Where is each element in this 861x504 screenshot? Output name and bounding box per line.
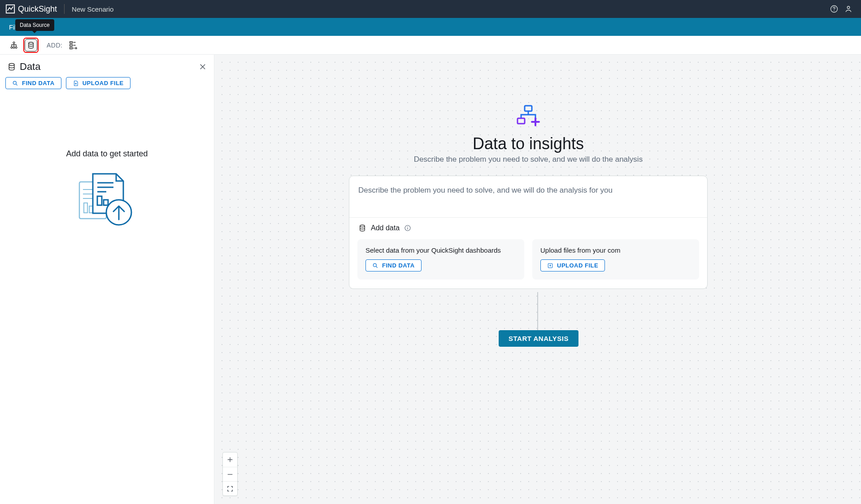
data-source-button[interactable] xyxy=(23,38,39,53)
left-panel: Data FIND DATA UPLOAD FILE Add data to g… xyxy=(0,55,214,504)
panel-actions: FIND DATA UPLOAD FILE xyxy=(0,77,214,95)
upload-file-button[interactable]: UPLOAD FILE xyxy=(66,77,130,89)
svg-rect-21 xyxy=(517,118,525,124)
svg-point-2 xyxy=(834,10,835,11)
database-icon xyxy=(27,41,35,49)
scenario-name[interactable]: New Scenario xyxy=(72,5,113,13)
start-analysis-button[interactable]: START ANALYSIS xyxy=(499,330,578,347)
connector-line xyxy=(537,292,538,330)
prompt-input[interactable]: Describe the problem you need to solve, … xyxy=(349,176,707,218)
svg-point-12 xyxy=(9,64,14,66)
upload-file-label: UPLOAD FILE xyxy=(83,80,124,86)
add-label: ADD: xyxy=(47,42,62,49)
upload-file-title: Upload files from your com xyxy=(540,246,691,254)
help-icon xyxy=(830,4,839,13)
zoom-out-button[interactable] xyxy=(223,467,237,481)
toolbar: ADD: xyxy=(0,36,861,55)
minus-icon xyxy=(226,471,234,478)
find-data-button[interactable]: FIND DATA xyxy=(5,77,61,89)
hero-subtitle: Describe the problem you need to solve, … xyxy=(414,155,643,164)
svg-point-8 xyxy=(29,42,34,44)
main: Data FIND DATA UPLOAD FILE Add data to g… xyxy=(0,55,861,504)
data-cards-row: Select data from your QuickSight dashboa… xyxy=(349,235,707,289)
user-button[interactable] xyxy=(841,2,856,16)
svg-point-22 xyxy=(360,225,365,227)
find-data-label: FIND DATA xyxy=(22,80,55,86)
close-icon xyxy=(199,63,207,71)
tooltip-data-source: Data Source xyxy=(15,19,54,31)
fit-screen-button[interactable] xyxy=(223,481,237,495)
svg-point-13 xyxy=(13,81,16,84)
database-icon xyxy=(358,224,366,232)
menubar: File View Data Source xyxy=(0,18,861,36)
add-data-illustration xyxy=(76,169,139,228)
topbar-divider xyxy=(64,4,65,14)
upload-icon xyxy=(547,263,553,269)
canvas[interactable]: Data to insights Describe the problem yo… xyxy=(214,55,861,504)
add-data-row: Add data xyxy=(349,218,707,235)
prompt-box: Describe the problem you need to solve, … xyxy=(349,176,708,289)
help-button[interactable] xyxy=(827,2,841,16)
svg-rect-11 xyxy=(70,47,73,49)
svg-point-7 xyxy=(15,47,17,48)
svg-rect-20 xyxy=(525,106,532,111)
upload-file-button-card[interactable]: UPLOAD FILE xyxy=(540,259,605,271)
hero-title: Data to insights xyxy=(473,134,584,153)
info-icon[interactable] xyxy=(404,224,411,232)
database-icon xyxy=(7,62,16,71)
find-data-button-card[interactable]: FIND DATA xyxy=(365,259,422,271)
svg-point-5 xyxy=(11,47,13,48)
product-name: QuickSight xyxy=(18,4,57,14)
zoom-controls xyxy=(222,452,238,496)
find-data-label: FIND DATA xyxy=(382,262,415,269)
svg-rect-15 xyxy=(84,203,87,213)
select-data-title: Select data from your QuickSight dashboa… xyxy=(365,246,516,254)
svg-point-24 xyxy=(407,227,408,228)
user-icon xyxy=(844,4,853,13)
hero-card: Data to insights Describe the problem yo… xyxy=(349,104,708,289)
upload-file-card: Upload files from your com UPLOAD FILE xyxy=(532,239,699,280)
svg-point-4 xyxy=(13,42,15,43)
add-block-icon xyxy=(69,40,78,50)
svg-point-3 xyxy=(847,6,849,9)
add-block-button[interactable] xyxy=(66,38,81,53)
tree-view-button[interactable] xyxy=(6,38,22,53)
add-data-label: Add data xyxy=(371,224,400,232)
upload-icon xyxy=(73,80,79,86)
tree-icon xyxy=(9,41,18,50)
svg-point-6 xyxy=(13,47,15,48)
topbar: QuickSight New Scenario xyxy=(0,0,861,18)
svg-rect-10 xyxy=(70,44,73,46)
svg-point-25 xyxy=(373,263,376,267)
search-icon xyxy=(12,80,18,86)
search-icon xyxy=(372,263,378,269)
zoom-in-button[interactable] xyxy=(223,452,237,467)
panel-header: Data xyxy=(0,55,214,77)
quicksight-logo-icon xyxy=(5,4,15,14)
plus-icon xyxy=(226,456,234,463)
insights-icon xyxy=(516,104,541,129)
svg-rect-9 xyxy=(70,41,73,43)
panel-title: Data xyxy=(20,61,195,73)
fullscreen-icon xyxy=(226,485,234,492)
select-data-card: Select data from your QuickSight dashboa… xyxy=(357,239,524,280)
product-logo[interactable]: QuickSight xyxy=(5,4,57,14)
upload-file-label: UPLOAD FILE xyxy=(557,262,598,269)
empty-message: Add data to get started xyxy=(66,149,148,159)
empty-state: Add data to get started xyxy=(0,95,214,504)
close-panel-button[interactable] xyxy=(199,63,207,71)
